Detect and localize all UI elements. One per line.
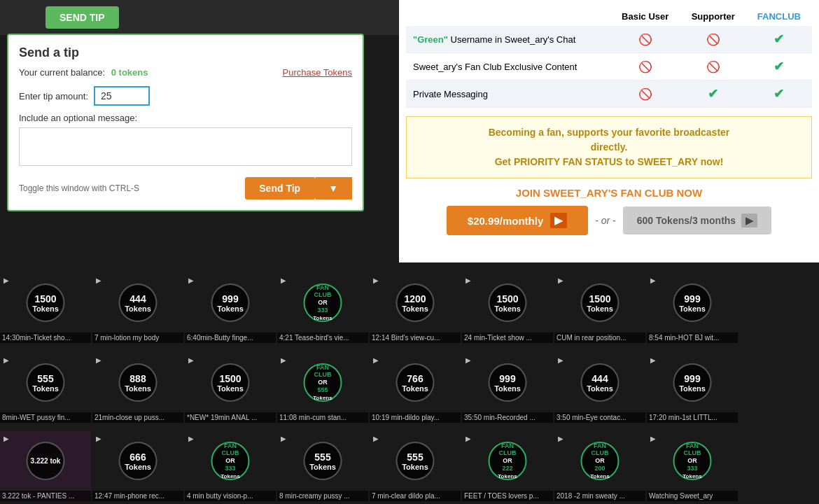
- video-caption: 2018 -2 min sweaty ...: [554, 491, 645, 501]
- video-thumbnail[interactable]: 888Tokens21min-close up puss...▶: [92, 353, 183, 423]
- play-icon: ▶: [465, 356, 471, 364]
- play-icon: ▶: [4, 435, 9, 442]
- video-thumbnail[interactable]: 1500Tokens24 min-Ticket show ...▶: [462, 273, 553, 343]
- video-thumbnail[interactable]: 1200Tokens12:14 Bird's view-cu...▶: [370, 273, 461, 343]
- video-thumbnail[interactable]: FANCLUBOR222TokensFEET / TOES lovers p..…: [462, 431, 553, 501]
- dialog-footer: Toggle this window with CTRL-S Send Tip …: [19, 177, 352, 200]
- video-thumbnail[interactable]: 766Tokens10:19 min-dildo play...▶: [370, 353, 461, 423]
- play-icon: ▶: [558, 276, 564, 284]
- play-icon: ▶: [188, 356, 194, 364]
- table-row: Sweet_ary's Fan Club Exclusive Content 🚫…: [406, 53, 812, 80]
- video-thumbnail[interactable]: 1500TokensCUM in rear position...▶: [554, 273, 645, 343]
- video-thumbnail[interactable]: FANCLUBOR333Tokens4 min butty vision-p..…: [185, 431, 276, 501]
- play-icon: ▶: [281, 276, 286, 284]
- video-caption: 21min-close up puss...: [92, 412, 183, 423]
- video-thumbnail[interactable]: 555Tokens8min-WET pussy fin...▶: [0, 353, 91, 423]
- fanclub-exclusive: ✔: [746, 53, 812, 80]
- video-caption: *NEW* 19min ANAL ...: [185, 412, 276, 423]
- video-thumbnail[interactable]: 999Tokens35:50 min-Recorded ...▶: [462, 353, 553, 423]
- video-caption: 3.222 tok - PANTIES ...: [0, 491, 91, 501]
- check-icon: ✔: [774, 59, 784, 74]
- video-thumbnail[interactable]: FANCLUBOR333TokensWatching Sweet_ary▶: [647, 431, 738, 501]
- video-thumbnail[interactable]: 444Tokens7 min-lotion my body▶: [92, 273, 183, 343]
- optional-msg-input[interactable]: [19, 127, 352, 166]
- video-thumbnail[interactable]: 555Tokens7 min-clear dildo pla...▶: [370, 431, 461, 501]
- video-caption: CUM in rear position...: [554, 332, 645, 343]
- promo-box: Becoming a fan, supports your favorite b…: [406, 116, 812, 178]
- play-icon: ▶: [650, 356, 656, 364]
- send-tip-button[interactable]: SEND TIP: [46, 6, 119, 29]
- video-caption: 8:54 min-HOT BJ wit...: [647, 332, 738, 343]
- fanclub-messaging: ✔: [746, 80, 812, 108]
- play-icon: ▶: [650, 276, 656, 284]
- video-caption: 24 min-Ticket show ...: [462, 332, 553, 343]
- supporter-messaging: ✔: [680, 80, 746, 108]
- monthly-price-label: $20.99/monthly: [468, 215, 543, 227]
- video-caption: 35:50 min-Recorded ...: [462, 412, 553, 423]
- video-caption: 10:19 min-dildo play...: [370, 412, 461, 423]
- play-icon: ▶: [373, 276, 379, 284]
- send-tip-submit-button[interactable]: Send Tip: [245, 177, 314, 200]
- purchase-tokens-link[interactable]: Purchase Tokens: [283, 67, 353, 78]
- video-caption: 3:50 min-Eye contac...: [554, 412, 645, 423]
- video-thumbnail[interactable]: 666Tokens12:47 min-phone rec...▶: [92, 431, 183, 501]
- video-thumbnail[interactable]: 999Tokens8:54 min-HOT BJ wit...▶: [647, 273, 738, 343]
- tokens-subscription-button[interactable]: 600 Tokens/3 months ▶: [623, 206, 771, 234]
- video-thumbnail[interactable]: 3.222 tok3.222 tok - PANTIES ...▶: [0, 431, 91, 501]
- check-icon: ✔: [774, 87, 784, 101]
- send-tip-dropdown-button[interactable]: ▼: [314, 177, 352, 200]
- video-thumbnail[interactable]: 555Tokens8 min-creamy pussy ...▶: [277, 431, 368, 501]
- play-icon: ▶: [650, 435, 656, 442]
- video-thumbnail[interactable]: 1500Tokens14:30min-Ticket sho...▶: [0, 273, 91, 343]
- promo-text: Becoming a fan, supports your favorite b…: [415, 125, 803, 169]
- monthly-subscription-button[interactable]: $20.99/monthly ▶: [447, 206, 588, 235]
- join-heading: JOIN SWEET_ARY'S FAN CLUB NOW: [406, 187, 812, 199]
- tokens-price-label: 600 Tokens/3 months: [637, 215, 736, 226]
- video-caption: 8 min-creamy pussy ...: [277, 491, 368, 501]
- video-row-2: 555Tokens8min-WET pussy fin...▶888Tokens…: [0, 353, 819, 430]
- basic-exclusive: 🚫: [610, 53, 680, 80]
- col-fanclub: FANCLUB: [746, 7, 812, 26]
- video-caption: 7 min-lotion my body: [92, 332, 183, 343]
- play-icon: ▶: [558, 435, 564, 442]
- cross-icon: 🚫: [706, 34, 720, 46]
- arrow-icon: ▶: [741, 214, 757, 227]
- video-caption: 6:40min-Butty finge...: [185, 332, 276, 343]
- play-icon: ▶: [465, 276, 471, 284]
- video-thumbnail[interactable]: 444Tokens3:50 min-Eye contac...▶: [554, 353, 645, 423]
- tip-amount-row: Enter tip amount:: [19, 86, 352, 106]
- video-thumbnail[interactable]: 999Tokens6:40min-Butty finge...▶: [185, 273, 276, 343]
- cross-icon: 🚫: [638, 61, 652, 73]
- video-thumbnail[interactable]: 999Tokens17:20 min-1st LITTL...▶: [647, 353, 738, 423]
- join-buttons: $20.99/monthly ▶ - or - 600 Tokens/3 mon…: [406, 206, 812, 235]
- video-thumbnail[interactable]: FANCLUBOR555Tokens11:08 min-cum stan...▶: [277, 353, 368, 423]
- green-label: "Green": [413, 34, 448, 45]
- basic-messaging: 🚫: [610, 80, 680, 108]
- video-caption: 4:21 Tease-bird's vie...: [277, 332, 368, 343]
- video-thumbnail[interactable]: 1500Tokens*NEW* 19min ANAL ...▶: [185, 353, 276, 423]
- play-icon: ▶: [373, 435, 379, 442]
- cross-icon: 🚫: [706, 61, 720, 73]
- fanclub-green: ✔: [746, 26, 812, 53]
- video-caption: 7 min-clear dildo pla...: [370, 491, 461, 501]
- video-thumbnail[interactable]: FANCLUBOR333Tokens4:21 Tease-bird's vie.…: [277, 273, 368, 343]
- play-icon: ▶: [96, 356, 102, 364]
- feature-green-username: "Green" Username in Sweet_ary's Chat: [406, 26, 610, 53]
- col-basic: Basic User: [610, 7, 680, 26]
- video-caption: 12:47 min-phone rec...: [92, 491, 183, 501]
- video-caption: 14:30min-Ticket sho...: [0, 332, 91, 343]
- table-row: "Green" Username in Sweet_ary's Chat 🚫 🚫…: [406, 26, 812, 53]
- play-icon: ▶: [96, 435, 102, 442]
- check-icon: ✔: [708, 87, 718, 101]
- feature-label-1: Username in Sweet_ary's Chat: [451, 34, 576, 45]
- play-icon: ▶: [558, 356, 564, 364]
- video-row-3: 3.222 tok3.222 tok - PANTIES ...▶666Toke…: [0, 431, 819, 504]
- tip-amount-input[interactable]: [94, 86, 150, 106]
- video-thumbnail[interactable]: FANCLUBOR200Tokens2018 -2 min sweaty ...…: [554, 431, 645, 501]
- basic-green: 🚫: [610, 26, 680, 53]
- balance-label: Your current balance:: [19, 67, 105, 78]
- cross-icon: 🚫: [638, 88, 652, 100]
- play-icon: ▶: [4, 276, 9, 284]
- col-feature: [406, 7, 610, 26]
- play-icon: ▶: [281, 356, 286, 364]
